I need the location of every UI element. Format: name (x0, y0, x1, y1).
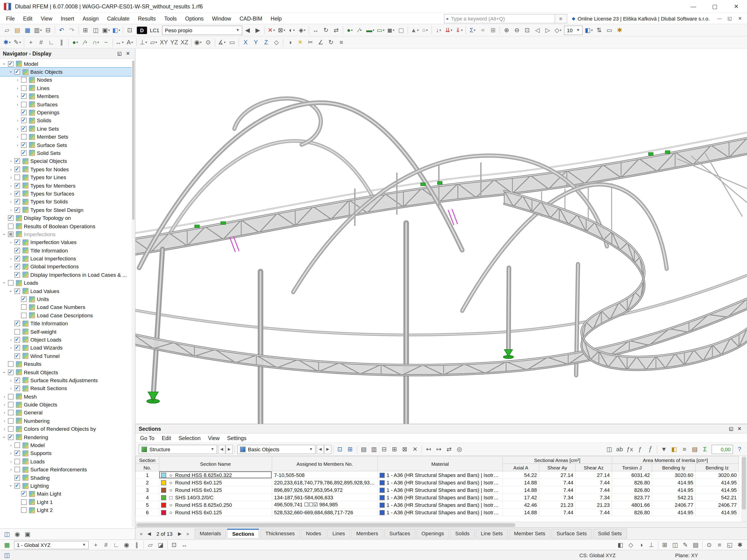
dimensions-button[interactable]: ↔▾ (114, 37, 125, 47)
chevron-collapsed-icon[interactable]: › (8, 256, 14, 261)
load-case-combo[interactable]: Peso propio ▼ (162, 25, 242, 35)
nodal-support-button[interactable]: ▲▾ (409, 25, 420, 35)
tree-checkbox[interactable] (15, 264, 20, 269)
camera-views-button[interactable]: ▣ (22, 529, 33, 539)
grid-button[interactable]: # (36, 37, 46, 47)
first-table-tab-button[interactable]: « (137, 531, 145, 536)
cell-shear-ay[interactable]: 27.14 (539, 471, 575, 479)
undo-button[interactable]: ↶ (56, 25, 67, 35)
table-jump-button[interactable]: ⇄ (444, 444, 454, 454)
tree-item[interactable]: ›Global Imperfections (0, 263, 135, 271)
tab-surface-sets[interactable]: Surface Sets (551, 529, 592, 538)
cell-shear-az[interactable]: 7.44 (575, 486, 612, 494)
tree-checkbox[interactable] (15, 272, 20, 278)
tree-checkbox[interactable] (15, 256, 20, 261)
chevron-collapsed-icon[interactable]: › (1, 427, 7, 431)
coordinate-system-button[interactable]: ⊥▾ (138, 37, 149, 47)
zoom-in-button[interactable]: ⊕ (501, 25, 512, 35)
axes-toggle-button[interactable]: ⊥ (646, 540, 656, 550)
tree-checkbox[interactable] (15, 483, 20, 488)
new-surface-button[interactable]: ▭▾ (376, 25, 386, 35)
shadow-mode-button[interactable]: ◑ (285, 37, 295, 47)
tree-item[interactable]: ›Supports (0, 449, 135, 458)
tree-checkbox[interactable] (15, 345, 20, 351)
table-new-button[interactable]: ▤ (359, 444, 369, 454)
background-layers-button[interactable]: ◪ (155, 540, 166, 550)
open-model-button[interactable]: ▤ (12, 25, 22, 35)
mirror-button[interactable]: ⇄ (331, 25, 341, 35)
col-header-bending-iy[interactable]: Bending Iy (652, 464, 695, 471)
angle-tool-button[interactable]: ∠ (316, 37, 326, 47)
cell-assigned-members[interactable]: 220,233,618,740,779,786,892,895,928,931,… (272, 479, 378, 486)
tree-checkbox[interactable] (8, 418, 14, 424)
col-header-shear-ay[interactable]: Shear Ay (539, 464, 575, 471)
col-header-name[interactable]: Section Name (159, 456, 272, 471)
table-horizontal-scrollbar[interactable] (135, 522, 747, 527)
next-view-button[interactable]: ▷ (542, 25, 553, 35)
tree-item[interactable]: Solid Sets (0, 149, 135, 157)
tree-item[interactable]: ›Member Sets (0, 133, 135, 141)
col-header-section[interactable]: Section (136, 456, 159, 464)
col-header-material[interactable]: Material (378, 456, 503, 471)
last-table-tab-button[interactable]: » (184, 531, 192, 536)
tree-checkbox[interactable] (21, 110, 27, 115)
tree-checkbox[interactable] (15, 353, 20, 359)
work-plane-button[interactable]: ▱▾ (149, 37, 159, 47)
tree-checkbox[interactable] (21, 126, 27, 132)
tab-materials[interactable]: Materials (195, 529, 226, 538)
tree-checkbox[interactable] (15, 199, 20, 205)
display-factor-combo[interactable]: 10 ▼ (564, 25, 583, 35)
chevron-collapsed-icon[interactable]: › (1, 394, 7, 399)
cell-assigned-members[interactable]: 7-10,505-508 (272, 471, 378, 479)
tree-item[interactable]: ›Lighting (0, 482, 135, 490)
chevron-collapsed-icon[interactable]: › (8, 167, 14, 172)
cell-axial-a[interactable]: 17.42 (503, 494, 539, 501)
delete-button[interactable]: ✕▾ (266, 25, 276, 35)
object-snap-button[interactable]: ◉▾ (193, 37, 203, 47)
cell-material[interactable]: 1 - A36 (HR Structural Shapes and Bars) … (378, 479, 503, 486)
show-tables-button[interactable]: ⊞ (80, 25, 91, 35)
calculate-all-button[interactable]: Σ▾ (467, 25, 478, 35)
comments-button[interactable]: ✎ (680, 540, 691, 550)
col-header-members[interactable]: Assigned to Members No. (272, 456, 378, 471)
panel-close-button[interactable]: ✕ (124, 49, 132, 58)
snap-toggle-button[interactable]: + (91, 540, 101, 550)
cell-section-name[interactable]: ○Round HSS 8.625x0.322 (159, 471, 272, 479)
next-table-button[interactable]: ▶ (226, 445, 233, 454)
col-header-torsion-j[interactable]: Torsion J (612, 464, 652, 471)
cell-section-no[interactable]: 2 (136, 479, 159, 486)
render-view-button[interactable]: ◧▾ (584, 25, 594, 35)
cell-torsion-j[interactable]: 6031.42 (612, 471, 652, 479)
table-copy-row-button[interactable]: ⊟ (379, 444, 389, 454)
chevron-collapsed-icon[interactable]: › (8, 240, 14, 245)
tree-checkbox[interactable] (21, 118, 27, 124)
col-header-shear-az[interactable]: Shear Az (575, 464, 612, 471)
panel-restore-button[interactable]: ◱ (727, 424, 735, 433)
panel-close-button[interactable]: ✕ (735, 424, 744, 433)
cell-shear-az[interactable]: 7.44 (575, 508, 612, 516)
tree-item[interactable]: ›Load Wizards (0, 344, 135, 352)
doc-restore-button[interactable]: ◱ (725, 14, 735, 23)
3d-views-button[interactable]: ◇▾ (553, 25, 563, 35)
tree-checkbox[interactable] (8, 394, 14, 399)
previous-load-case-button[interactable]: ◀ (242, 25, 253, 35)
tree-item[interactable]: ›Surface Reinforcements (0, 465, 135, 474)
chevron-expanded-icon[interactable]: › (2, 231, 7, 237)
menu-item-calculate[interactable]: Calculate (103, 13, 134, 24)
tree-checkbox[interactable] (21, 85, 27, 91)
chevron-collapsed-icon[interactable]: › (8, 208, 14, 212)
tree-checkbox[interactable] (15, 329, 20, 335)
cell-shear-az[interactable]: 7.44 (575, 479, 612, 486)
table-font-button[interactable]: ab (614, 444, 625, 454)
cell-material[interactable]: 1 - A36 (HR Structural Shapes and Bars) … (378, 494, 503, 501)
cell-axial-a[interactable]: 14.88 (503, 479, 539, 486)
maximize-button[interactable]: ▢ (704, 0, 725, 13)
result-tables-button[interactable]: ⊞ (488, 25, 498, 35)
cell-shear-ay[interactable]: 21.23 (539, 501, 575, 508)
tree-checkbox[interactable] (15, 443, 20, 448)
cell-torsion-j[interactable]: 826.80 (612, 479, 652, 486)
cell-shear-az[interactable]: 27.14 (575, 471, 612, 479)
chevron-collapsed-icon[interactable]: › (8, 459, 14, 464)
cell-material[interactable]: 1 - A36 (HR Structural Shapes and Bars) … (378, 471, 503, 479)
tree-checkbox[interactable] (15, 475, 20, 480)
